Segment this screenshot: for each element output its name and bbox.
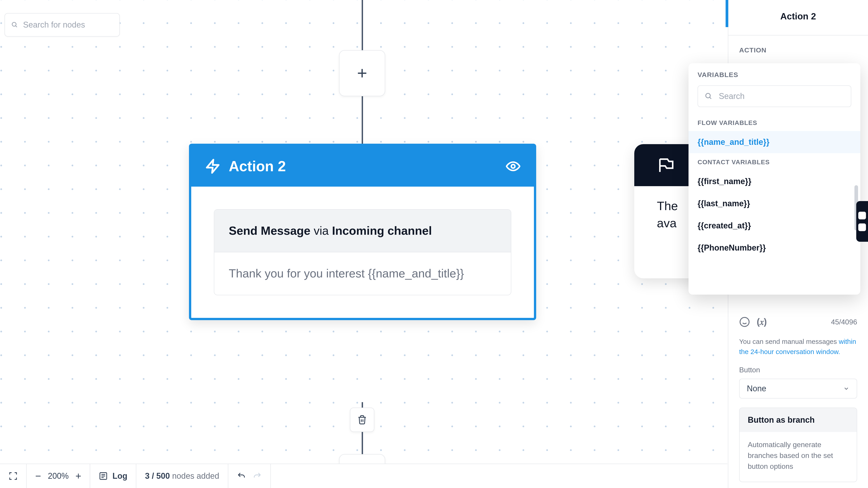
eye-icon[interactable] <box>506 159 520 173</box>
button-select-value: None <box>747 384 766 393</box>
svg-point-11 <box>706 93 710 98</box>
variable-item[interactable]: {{created_at}} <box>688 215 860 237</box>
variables-title: VARIABLES <box>688 71 860 86</box>
variables-search-placeholder: Search <box>719 92 745 101</box>
branch-title: Button as branch <box>740 408 857 432</box>
message-action-label: Send Message <box>229 224 310 237</box>
button-field-label: Button <box>728 366 868 379</box>
redo-button[interactable] <box>253 471 262 481</box>
variable-item[interactable]: {{PhoneNumber}} <box>688 237 860 259</box>
search-icon <box>705 92 712 100</box>
message-channel: Incoming channel <box>332 224 432 237</box>
delete-node-button[interactable] <box>350 408 374 432</box>
button-as-branch-card[interactable]: Button as branch Automatically generate … <box>739 408 857 482</box>
log-icon <box>99 471 108 481</box>
variable-item[interactable]: {{name_and_title}} <box>688 131 860 153</box>
message-action-header: Send Message via Incoming channel <box>214 210 511 252</box>
log-label: Log <box>112 471 127 481</box>
message-box: Send Message via Incoming channel Thank … <box>214 209 511 295</box>
fullscreen-icon <box>8 471 18 481</box>
variables-group-flow: FLOW VARIABLES <box>688 114 860 131</box>
zoom-controls: − 200% + <box>27 464 90 488</box>
message-toolbar: (𝑥) 45/4096 <box>728 311 868 333</box>
variable-item[interactable]: {{last_name}} <box>688 193 860 215</box>
variable-item[interactable]: {{first_name}} <box>688 170 860 193</box>
notes-tab[interactable] <box>856 201 868 242</box>
svg-point-0 <box>12 22 16 26</box>
message-via: via <box>310 224 332 237</box>
nodes-label: nodes added <box>172 471 219 481</box>
plus-icon <box>356 67 368 79</box>
action-node[interactable]: Action 2 Send Message via Incoming chann… <box>189 144 536 320</box>
zoom-level: 200% <box>48 471 69 481</box>
section-action-label: ACTION <box>739 46 857 54</box>
svg-point-8 <box>740 318 749 326</box>
search-nodes-input[interactable]: Search for nodes <box>4 13 120 37</box>
svg-line-12 <box>710 97 711 99</box>
variables-group-contact: CONTACT VARIABLES <box>688 153 860 170</box>
sidebar-title: Action 2 <box>728 0 868 35</box>
notes-icon <box>858 212 866 219</box>
emoji-icon[interactable] <box>739 317 750 327</box>
node-body: Send Message via Incoming channel Thank … <box>191 187 534 318</box>
add-node-before-button[interactable] <box>339 50 385 96</box>
search-icon <box>11 22 18 28</box>
svg-line-1 <box>16 26 17 27</box>
node-title: Action 2 <box>229 158 286 175</box>
variables-search[interactable]: Search <box>698 86 851 107</box>
sidebar-accent <box>725 0 728 27</box>
undo-button[interactable] <box>237 471 246 481</box>
svg-marker-4 <box>207 160 219 173</box>
fullscreen-button[interactable] <box>0 464 27 488</box>
helper-text: You can send manual messages within the … <box>728 333 868 366</box>
svg-point-5 <box>511 164 515 168</box>
chevron-down-icon <box>843 385 849 392</box>
message-body: Thank you for you interest {{name_and_ti… <box>214 252 511 295</box>
nodes-count: 3 / 500 <box>145 471 170 481</box>
trash-icon <box>357 415 367 425</box>
nodes-counter: 3 / 500 nodes added <box>136 464 228 488</box>
log-button[interactable]: Log <box>90 464 136 488</box>
char-count: 45/4096 <box>831 318 857 326</box>
zoom-in-button[interactable]: + <box>75 470 81 482</box>
flag-icon <box>657 156 675 174</box>
undo-redo <box>228 464 271 488</box>
button-select[interactable]: None <box>739 379 857 398</box>
variable-insert-button[interactable]: (𝑥) <box>756 317 767 327</box>
branch-desc: Automatically generate branches based on… <box>740 432 857 482</box>
zoom-out-button[interactable]: − <box>35 470 41 482</box>
variables-dropdown[interactable]: VARIABLES Search FLOW VARIABLES {{name_a… <box>688 63 860 295</box>
bottom-toolbar: − 200% + Log 3 / 500 nodes added <box>0 464 727 488</box>
notes-icon <box>858 223 866 231</box>
search-placeholder: Search for nodes <box>23 20 85 30</box>
node-header[interactable]: Action 2 <box>191 146 534 187</box>
bolt-icon <box>205 158 221 174</box>
